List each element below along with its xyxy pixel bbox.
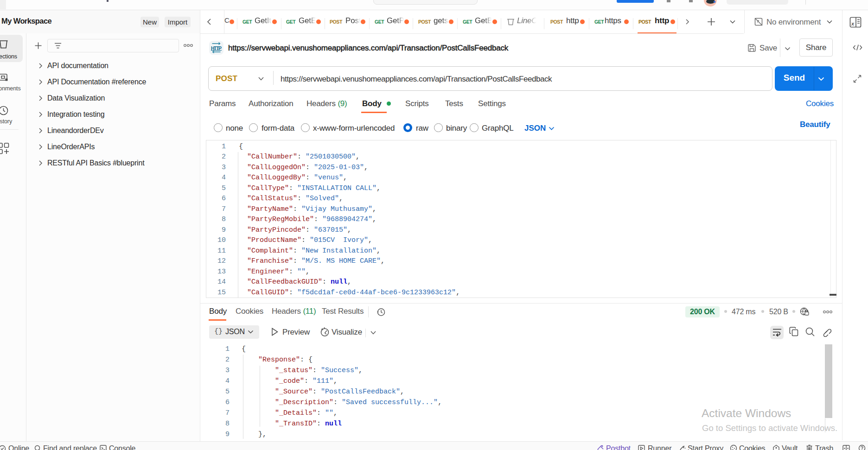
svg-text:x: x [851, 21, 855, 26]
svg-text:HTTP: HTTP [211, 45, 222, 51]
